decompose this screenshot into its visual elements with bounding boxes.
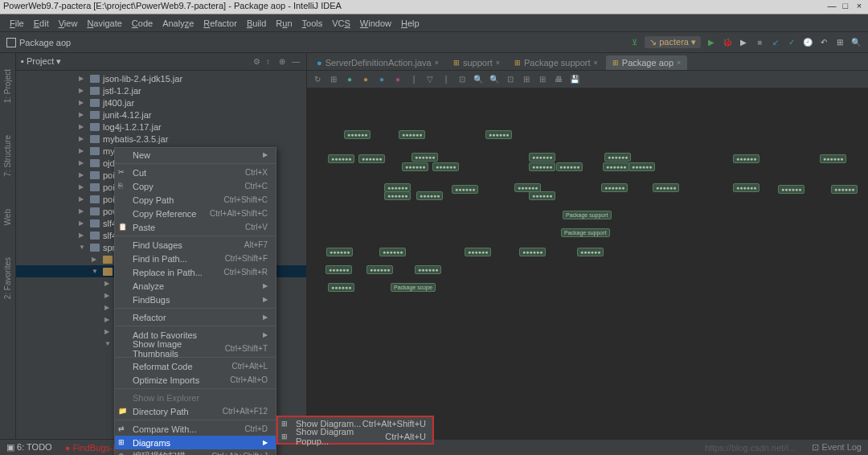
diagram-node[interactable]: ●●●●●● — [601, 183, 628, 192]
menu-item[interactable]: Find UsagesAlt+F7 — [115, 238, 276, 252]
diagram-node[interactable]: ●●●●●● — [411, 153, 438, 162]
menu-view[interactable]: View — [54, 18, 83, 28]
diagram-node[interactable]: ●●●●●● — [778, 185, 805, 194]
diagram-node[interactable]: Package support — [561, 228, 610, 237]
zoom-in-icon[interactable]: 🔍 — [473, 74, 484, 85]
menu-tools[interactable]: Tools — [297, 18, 328, 28]
menu-item[interactable]: ⎘CopyCtrl+C — [115, 179, 276, 193]
menu-analyze[interactable]: Analyze — [158, 18, 199, 28]
menu-item[interactable]: Copy PathCtrl+Shift+C — [115, 193, 276, 207]
run-button[interactable]: ▶ — [706, 37, 717, 48]
diagram-node[interactable]: ●●●●●● — [485, 130, 512, 139]
rail-structure[interactable]: 7: Structure — [3, 135, 12, 177]
stop-button[interactable]: ■ — [754, 37, 765, 48]
diagram-node[interactable]: ●●●●●● — [452, 185, 478, 194]
status-findbugs[interactable]: ● FindBugs-ID — [65, 443, 122, 453]
diagram-node[interactable]: ●●●●●● — [326, 248, 353, 256]
menu-item[interactable]: ⊞Diagrams▶ — [115, 436, 276, 449]
menu-item[interactable]: Replace in Path...Ctrl+Shift+R — [115, 265, 276, 279]
diagram-node[interactable]: ●●●●●● — [529, 162, 555, 171]
diagram-node[interactable]: ●●●●●● — [577, 248, 604, 256]
status-todo[interactable]: ▣ 6: TODO — [6, 442, 52, 453]
close-icon[interactable]: × — [594, 59, 598, 67]
diagram-node[interactable]: ●●●●●● — [402, 162, 428, 171]
diagram-node[interactable]: ●●●●●● — [604, 153, 631, 162]
menu-item[interactable]: Analyze▶ — [115, 279, 276, 293]
update-vcs-button[interactable]: ↙ — [770, 37, 781, 48]
diagram-node[interactable]: ●●●●●● — [358, 154, 385, 163]
filter-icon[interactable]: ▽ — [424, 74, 436, 85]
diagram-node[interactable]: ●●●●●● — [831, 185, 858, 194]
diagram-node[interactable]: ●●●●●● — [603, 162, 629, 171]
filter-icon[interactable]: ● — [344, 74, 355, 85]
rail-web[interactable]: Web — [3, 209, 12, 225]
diagram-node[interactable]: ●●●●●● — [653, 183, 679, 192]
run-config-combo[interactable]: ↘ pactera ▾ — [645, 36, 701, 48]
diagram-node[interactable]: ●●●●●● — [328, 283, 354, 292]
diagram-node[interactable]: ●●●●●● — [628, 162, 655, 171]
filter-icon[interactable]: ● — [360, 74, 371, 85]
menu-item[interactable]: ✂CutCtrl+X — [115, 166, 276, 179]
tree-item[interactable]: ▶junit-4.12.jar — [16, 109, 306, 121]
close-icon[interactable]: × — [496, 59, 500, 67]
diagram-node[interactable]: ●●●●●● — [344, 130, 371, 139]
diagram-node[interactable]: ●●●●●● — [366, 265, 393, 274]
diagram-node[interactable]: ●●●●●● — [733, 183, 760, 192]
rail-project[interactable]: 1: Project — [3, 69, 12, 103]
diagram-node[interactable]: Package scope — [391, 283, 436, 292]
collapse-icon[interactable]: ↕ — [266, 57, 276, 67]
filter-icon[interactable]: ● — [392, 74, 403, 85]
export-icon[interactable]: 💾 — [569, 74, 580, 85]
diagram-node[interactable]: ●●●●●● — [820, 154, 846, 163]
gear-icon[interactable]: ⚙ — [253, 57, 263, 67]
rail-favorites[interactable]: 2: Favorites — [3, 257, 12, 299]
diagram-node[interactable]: ●●●●●● — [326, 265, 352, 274]
hide-icon[interactable]: — — [292, 57, 301, 67]
debug-button[interactable]: 🐞 — [722, 37, 733, 48]
menu-file[interactable]: File — [5, 18, 29, 28]
scroll-icon[interactable]: ⊕ — [279, 57, 289, 67]
menu-window[interactable]: Window — [355, 18, 396, 28]
menu-help[interactable]: Help — [396, 18, 424, 28]
menu-item[interactable]: Reformat CodeCtrl+Alt+L — [115, 359, 276, 373]
menu-run[interactable]: Run — [271, 18, 297, 28]
menu-edit[interactable]: Edit — [29, 18, 54, 28]
editor-tab[interactable]: ⊞Package aop× — [606, 55, 687, 70]
close-button[interactable]: × — [854, 1, 865, 10]
submenu-item[interactable]: ⊞Show Diagram Popup...Ctrl+Alt+U — [278, 430, 432, 443]
diagram-node[interactable]: ●●●●●● — [384, 191, 411, 200]
zoom-out-icon[interactable]: 🔍 — [489, 74, 500, 85]
scope-icon[interactable]: ⊡ — [457, 74, 468, 85]
menu-item[interactable]: Show Image ThumbnailsCtrl+Shift+T — [115, 342, 276, 355]
refresh-icon[interactable]: ↻ — [312, 74, 323, 85]
diagram-node[interactable]: ●●●●●● — [399, 130, 425, 139]
close-icon[interactable]: × — [677, 59, 681, 67]
layout-icon[interactable]: ⊞ — [328, 74, 339, 85]
close-icon[interactable]: × — [435, 59, 439, 67]
editor-tab[interactable]: ●ServerDefinitionAction.java× — [310, 55, 445, 70]
menu-item[interactable]: 📋PasteCtrl+V — [115, 220, 276, 234]
menu-item[interactable]: FindBugs▶ — [115, 293, 276, 306]
menu-navigate[interactable]: Navigate — [82, 18, 126, 28]
menu-code[interactable]: Code — [127, 18, 158, 28]
menu-item[interactable]: Copy ReferenceCtrl+Alt+Shift+C — [115, 207, 276, 220]
tree-item[interactable]: ▶json-lib-2.4-jdk15.jar — [16, 72, 306, 84]
diagram-node[interactable]: ●●●●●● — [529, 191, 555, 200]
grid-icon[interactable]: ⊞ — [537, 74, 548, 85]
coverage-button[interactable]: ▶ — [738, 37, 749, 48]
commit-button[interactable]: ✓ — [786, 37, 797, 48]
diagram-node[interactable]: Package support — [563, 211, 612, 219]
menu-refactor[interactable]: Refactor — [199, 18, 242, 28]
revert-button[interactable]: ↶ — [818, 37, 829, 48]
diagram-node[interactable]: ●●●●●● — [432, 162, 459, 171]
filter-icon[interactable]: ● — [376, 74, 387, 85]
editor-tab[interactable]: ⊞Package support× — [508, 55, 604, 70]
breadcrumb[interactable]: Package aop — [19, 38, 71, 47]
maximize-button[interactable]: □ — [840, 1, 851, 10]
menu-item[interactable]: Optimize ImportsCtrl+Alt+O — [115, 373, 276, 387]
print-icon[interactable]: 🖶 — [553, 74, 564, 85]
menu-item[interactable]: ⊕编码规约扫描Ctrl+Alt+Shift+J — [115, 449, 276, 455]
build-button[interactable]: ⊻ — [628, 37, 640, 48]
event-log[interactable]: ⊡ Event Log — [812, 442, 862, 453]
diagram-node[interactable]: ●●●●●● — [556, 162, 583, 171]
